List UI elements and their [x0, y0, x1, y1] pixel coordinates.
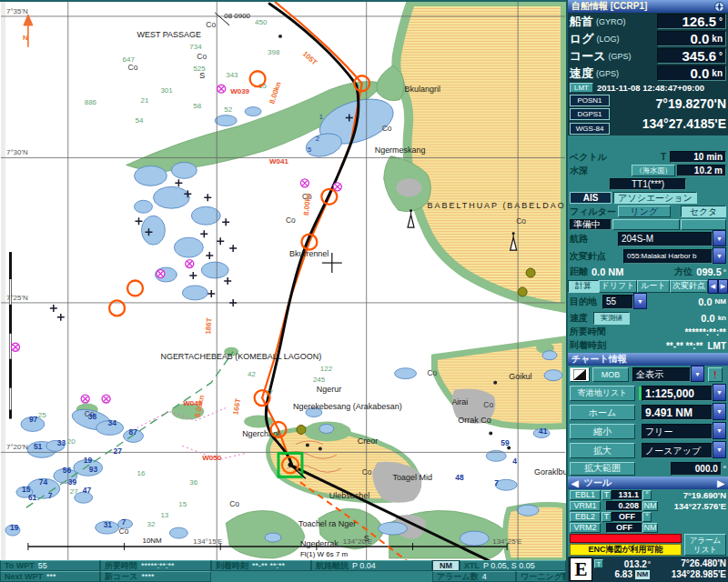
- posn1-badge[interactable]: POSN1: [570, 95, 610, 106]
- route-dropdown-icon[interactable]: ▼: [713, 230, 726, 246]
- day-night-icon[interactable]: [570, 367, 590, 382]
- tt1-tab[interactable]: TT1(***): [610, 178, 686, 190]
- ebl1-value-box[interactable]: 131.1: [612, 490, 642, 500]
- nautical-chart[interactable]: WEST PASSAGE08 0900BkulangrilNgermeskang…: [0, 2, 566, 560]
- depth-datum-button[interactable]: （海水面）: [632, 165, 675, 176]
- own-lon: 134°27.4185'E: [610, 114, 726, 134]
- ais-button[interactable]: AIS: [570, 192, 612, 204]
- enc-message: ENC海図が利用可能: [588, 544, 662, 556]
- to-wpt-label: To WPT: [5, 561, 35, 570]
- range-select[interactable]: 9.491 NM: [642, 405, 713, 420]
- sog-value-box: 0.0kn: [657, 65, 726, 81]
- vrm2-unit: NM: [644, 523, 657, 532]
- zoom-out-row: 縮小 フリー ▼: [568, 422, 728, 441]
- chart-label: 245: [313, 376, 326, 384]
- depth-value: 10.2 m: [694, 166, 723, 176]
- zoom-range-button[interactable]: 拡大範囲: [570, 462, 635, 476]
- eta-label: 到着時刻: [216, 560, 248, 571]
- tab-calculate[interactable]: 計算: [568, 280, 599, 293]
- alarm-list-button[interactable]: アラーム リスト: [684, 534, 726, 556]
- next-wpt-panel-value: 055:Malakal Harbor b: [627, 252, 696, 260]
- chart-label: Co: [128, 63, 138, 72]
- chart-label: 7°35'N: [6, 7, 28, 15]
- alarm-count-field[interactable]: アラーム数 4: [432, 571, 516, 582]
- zoom-out-button[interactable]: 縮小: [570, 424, 635, 439]
- port-list-button[interactable]: 寄港地リスト: [570, 386, 635, 401]
- association-label: アソシエーション: [618, 192, 693, 205]
- status-row-1: To WPT 55 所要時間 *****:**:** 到着時刻 **-** **…: [0, 560, 566, 571]
- vrm1-label: VRM1: [573, 501, 596, 510]
- calc-speed-value: 0.0: [701, 313, 714, 324]
- tab-drift[interactable]: ドリフト: [599, 280, 637, 293]
- chart-label: 7°25'N: [6, 294, 28, 302]
- cursor-mode-select[interactable]: フリー: [642, 424, 713, 439]
- orientation-dropdown-icon[interactable]: ▼: [713, 441, 726, 458]
- port-list-label: 寄港地リスト: [578, 387, 628, 399]
- depth-label: 水深: [570, 165, 588, 177]
- new-course-field: 新コース ****: [100, 571, 211, 582]
- tabs-scroll-right-icon[interactable]: ▶: [718, 279, 728, 294]
- chart-label: Ngerekebesang (Arakabesan): [293, 402, 402, 411]
- ais-row: AIS アソシエーション: [568, 191, 728, 205]
- compass-icon[interactable]: [714, 2, 724, 12]
- next-wpt-select[interactable]: 055:Malakal Harbor b: [623, 249, 713, 264]
- ecdis-mark-letter: E: [574, 558, 587, 581]
- tools-scroll-left-icon[interactable]: ◀: [571, 478, 579, 488]
- alarm-count-label: アラーム数: [437, 571, 479, 582]
- to-wpt-field: To WPT 55: [0, 560, 100, 571]
- chart-label: 7: [494, 478, 499, 487]
- ebl2-value-box[interactable]: OFF: [612, 512, 642, 522]
- lmt-badge[interactable]: LMT: [570, 83, 593, 93]
- scale-select[interactable]: 1:125,000: [642, 386, 713, 401]
- tools-scroll-right-icon[interactable]: ▶: [717, 478, 724, 488]
- destination-dropdown-icon[interactable]: ▼: [633, 293, 647, 309]
- chart-label: 54: [136, 116, 144, 125]
- dgps1-label: DGPS1: [577, 110, 602, 118]
- nm-unit-badge[interactable]: NM: [432, 560, 460, 571]
- wgs84-badge[interactable]: WGS-84: [570, 123, 610, 135]
- tabs-scroll-left-icon[interactable]: ◀: [708, 279, 718, 294]
- chart-area[interactable]: WEST PASSAGE08 0900BkulangrilNgermeskang…: [0, 0, 566, 562]
- ebl2-button[interactable]: EBL2: [570, 512, 601, 522]
- tab-route-label: ルート: [641, 280, 665, 292]
- vrm1-button[interactable]: VRM1: [570, 501, 601, 511]
- home-button[interactable]: ホーム: [570, 405, 635, 420]
- vrm1-value-box[interactable]: 0.208: [606, 501, 642, 511]
- zoom-in-button[interactable]: 拡大: [570, 443, 635, 458]
- cursor-mode-dropdown-icon[interactable]: ▼: [713, 422, 726, 439]
- vrm2-value-box[interactable]: OFF: [606, 523, 642, 533]
- route-select[interactable]: 204S-M: [618, 232, 713, 246]
- tab-route[interactable]: ルート: [637, 280, 670, 293]
- next-wpt-value: ***: [46, 572, 56, 581]
- ebl1-button[interactable]: EBL1: [570, 490, 601, 500]
- chart-label: 15: [22, 485, 31, 494]
- chart-label: Co: [483, 400, 493, 409]
- speed-mode-button[interactable]: 実測値: [593, 312, 630, 325]
- mob-button[interactable]: MOB: [592, 367, 629, 382]
- tab-next-wpt[interactable]: 次変針点: [670, 280, 708, 293]
- next-wpt-dropdown-icon[interactable]: ▼: [713, 247, 726, 264]
- destination-select[interactable]: 55: [602, 295, 633, 309]
- ebl2-ref-toggle[interactable]: T: [602, 512, 612, 522]
- depth-datum-label: （海水面）: [635, 166, 672, 176]
- chart-label: Airai: [451, 397, 468, 406]
- warning-count-field[interactable]: ワーニング数 2: [516, 571, 566, 582]
- sector-button[interactable]: セクタ: [681, 206, 726, 217]
- display-mode-dropdown-icon[interactable]: ▼: [691, 366, 704, 382]
- ebl1-ref-toggle[interactable]: T: [602, 490, 612, 500]
- vrm2-button[interactable]: VRM2: [570, 523, 601, 533]
- ring-button[interactable]: リング: [618, 206, 671, 217]
- chart-label: 7°20'N: [6, 443, 28, 451]
- cursor-ref-toggle[interactable]: T: [594, 559, 603, 568]
- association-button[interactable]: アソシエーション: [613, 192, 697, 204]
- course-source: (GPS): [609, 52, 632, 61]
- destination-label: 目的地: [570, 296, 597, 308]
- orientation-select[interactable]: ノースアップ: [642, 443, 713, 458]
- range-dropdown-icon[interactable]: ▼: [713, 403, 726, 420]
- scale-dropdown-icon[interactable]: ▼: [713, 384, 726, 401]
- vector-value-box[interactable]: 10 min: [670, 151, 726, 163]
- rotation-value: 000.0: [695, 464, 718, 474]
- alert-button[interactable]: !: [708, 367, 723, 382]
- display-mode-select[interactable]: 全表示: [632, 367, 691, 382]
- dgps1-badge[interactable]: DGPS1: [570, 108, 610, 120]
